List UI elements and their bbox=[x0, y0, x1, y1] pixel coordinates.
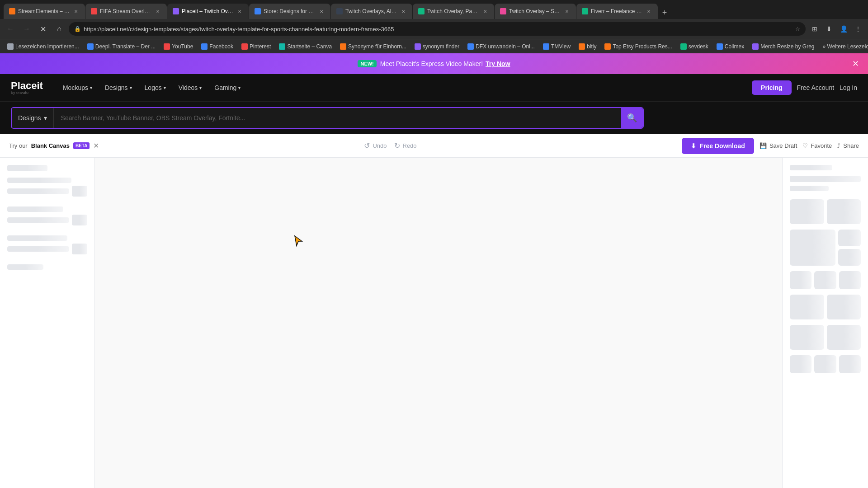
bookmark-canva[interactable]: Startseite – Canva bbox=[275, 41, 335, 52]
bookmark-label-12: Top Etsy Products Res... bbox=[613, 43, 672, 50]
tab-title-7: Twitch Overlay – Stream Ov... bbox=[509, 8, 561, 14]
bookmark-star-icon[interactable]: ☆ bbox=[795, 26, 800, 32]
download-button[interactable]: ⬇ bbox=[823, 23, 835, 35]
undo-button[interactable]: ↺ Undo bbox=[364, 141, 387, 150]
new-tab-button[interactable]: + bbox=[658, 6, 671, 19]
profile-button[interactable]: 👤 bbox=[837, 23, 850, 35]
favorite-button[interactable]: ♡ Favorite bbox=[802, 142, 832, 149]
redo-button[interactable]: ↻ Redo bbox=[394, 141, 417, 150]
bookmark-label-7: Synonyme für Einhorn... bbox=[348, 43, 406, 50]
bookmark-tmview[interactable]: TMView bbox=[539, 41, 574, 52]
tab-favicon-3 bbox=[173, 8, 179, 14]
extensions-button[interactable]: ⊞ bbox=[808, 23, 821, 35]
right-thumb-4 bbox=[838, 230, 861, 246]
back-button[interactable]: ← bbox=[4, 22, 17, 36]
bookmark-label-3: YouTube bbox=[172, 43, 193, 50]
search-input[interactable] bbox=[54, 108, 621, 128]
designs-chevron-icon: ▾ bbox=[130, 85, 132, 90]
skeleton-row-pair-3 bbox=[7, 244, 87, 254]
browser-tab-5[interactable]: Twitch Overlays, Alerts and G... ✕ bbox=[331, 4, 412, 19]
videos-chevron-icon: ▾ bbox=[199, 85, 202, 90]
skeleton-swatch-1 bbox=[72, 186, 87, 197]
tab-close-1[interactable]: ✕ bbox=[72, 8, 80, 15]
bookmark-synonym-finder[interactable]: synonym finder bbox=[411, 41, 463, 52]
bookmark-lesezeichen[interactable]: Lesezeichen importieren... bbox=[4, 41, 83, 52]
skeleton-row-pair-1 bbox=[7, 186, 87, 197]
skeleton-row-pair-2a bbox=[7, 217, 69, 223]
bookmark-more[interactable]: » Weitere Lesezeichen bbox=[819, 41, 868, 52]
bookmark-youtube[interactable]: YouTube bbox=[160, 41, 197, 52]
bookmark-bitly[interactable]: bitly bbox=[575, 41, 600, 52]
browser-tab-4[interactable]: Store: Designs for Streamers... ✕ bbox=[249, 4, 330, 19]
tab-close-2[interactable]: ✕ bbox=[154, 8, 161, 15]
tab-close-8[interactable]: ✕ bbox=[645, 8, 652, 15]
home-button[interactable]: ⌂ bbox=[52, 22, 66, 36]
browser-tab-8[interactable]: Fiverr – Freelance Services M... ✕ bbox=[576, 4, 658, 19]
mockups-chevron-icon: ▾ bbox=[90, 85, 92, 90]
skeleton-group-3 bbox=[7, 235, 87, 254]
address-bar[interactable]: 🔒 https://placeit.net/c/design-templates… bbox=[69, 22, 806, 36]
bookmark-merch-resize[interactable]: Merch Resize by Greg bbox=[749, 41, 818, 52]
bookmark-label-9: DFX umwandeln – Onl... bbox=[476, 43, 535, 50]
browser-tab-1[interactable]: StreamElements – Themes ga... ✕ bbox=[4, 4, 85, 19]
logo[interactable]: Placeit by envato bbox=[11, 81, 43, 95]
tab-close-6[interactable]: ✕ bbox=[481, 8, 489, 15]
tab-close-3[interactable]: ✕ bbox=[236, 8, 243, 15]
nav-gaming[interactable]: Gaming ▾ bbox=[209, 80, 246, 95]
bookmark-facebook[interactable]: Facebook bbox=[198, 41, 237, 52]
bookmark-favicon-6 bbox=[279, 43, 285, 50]
browser-tab-7[interactable]: Twitch Overlay – Stream Ov... ✕ bbox=[495, 4, 576, 19]
bookmark-label-2: Deepl. Translate – Der ... bbox=[95, 43, 156, 50]
search-category-dropdown[interactable]: Designs ▾ bbox=[12, 108, 54, 128]
login-button[interactable]: Log In bbox=[840, 84, 857, 91]
bookmark-etsy[interactable]: Top Etsy Products Res... bbox=[601, 41, 675, 52]
nav-mockups[interactable]: Mockups ▾ bbox=[57, 80, 98, 95]
tab-close-4[interactable]: ✕ bbox=[318, 8, 325, 15]
try-now-link[interactable]: Try Now bbox=[486, 60, 510, 67]
address-text: https://placeit.net/c/design-templates/s… bbox=[84, 26, 793, 33]
tab-close-7[interactable]: ✕ bbox=[563, 8, 571, 15]
bookmark-collmex[interactable]: Collmex bbox=[713, 41, 748, 52]
right-panel bbox=[782, 158, 868, 488]
save-draft-button[interactable]: 💾 Save Draft bbox=[760, 142, 797, 149]
browser-tab-6[interactable]: Twitch Overlay, Panels and Y... ✕ bbox=[413, 4, 494, 19]
tab-title-5: Twitch Overlays, Alerts and G... bbox=[345, 8, 397, 14]
browser-tab-3[interactable]: Placeit – Twitch Overlay Tem... ✕ bbox=[167, 4, 249, 19]
bookmark-deepl[interactable]: Deepl. Translate – Der ... bbox=[84, 41, 159, 52]
pricing-button[interactable]: Pricing bbox=[752, 80, 791, 95]
right-panel-grid-4 bbox=[790, 295, 861, 319]
free-account-button[interactable]: Free Account bbox=[797, 84, 835, 91]
logos-chevron-icon: ▾ bbox=[164, 85, 166, 90]
favorite-label: Favorite bbox=[811, 142, 832, 149]
tab-favicon-4 bbox=[255, 8, 261, 14]
nav-designs[interactable]: Designs ▾ bbox=[99, 80, 137, 95]
skeleton-swatch-3 bbox=[72, 244, 87, 254]
browser-tab-2[interactable]: FIFA Stream Overlay for free... ✕ bbox=[85, 4, 167, 19]
bookmark-label-4: Facebook bbox=[209, 43, 233, 50]
blank-canvas-dismiss-button[interactable]: ✕ bbox=[93, 141, 99, 150]
share-label: Share bbox=[843, 142, 859, 149]
skeleton-bottom bbox=[7, 264, 43, 270]
reload-button[interactable]: ✕ bbox=[36, 22, 50, 36]
share-button[interactable]: ⤴ Share bbox=[837, 142, 859, 149]
announcement-close-button[interactable]: ✕ bbox=[850, 58, 861, 69]
tab-close-5[interactable]: ✕ bbox=[400, 8, 407, 15]
blank-canvas-link[interactable]: Blank Canvas bbox=[31, 142, 70, 149]
nav-videos[interactable]: Videos ▾ bbox=[173, 80, 208, 95]
free-download-button[interactable]: ⬇ Free Download bbox=[682, 138, 754, 154]
bookmark-sevdesk[interactable]: sevdesk bbox=[677, 41, 712, 52]
bookmark-dfx[interactable]: DFX umwandeln – Onl... bbox=[464, 41, 538, 52]
undo-icon: ↺ bbox=[364, 141, 370, 150]
bookmark-synonyme[interactable]: Synonyme für Einhorn... bbox=[336, 41, 410, 52]
right-thumb-6 bbox=[790, 271, 811, 289]
right-thumb-1 bbox=[790, 199, 824, 224]
tab-favicon-1 bbox=[9, 8, 15, 14]
nav-logos[interactable]: Logos ▾ bbox=[139, 80, 171, 95]
tab-title-4: Store: Designs for Streamers... bbox=[264, 8, 315, 14]
menu-button[interactable]: ⋮ bbox=[852, 23, 864, 35]
search-section: Designs ▾ 🔍 bbox=[0, 101, 868, 134]
forward-button[interactable]: → bbox=[20, 22, 33, 36]
bookmark-pinterest[interactable]: Pinterest bbox=[238, 41, 274, 52]
search-button[interactable]: 🔍 bbox=[621, 108, 643, 128]
search-category-label: Designs bbox=[18, 114, 41, 122]
